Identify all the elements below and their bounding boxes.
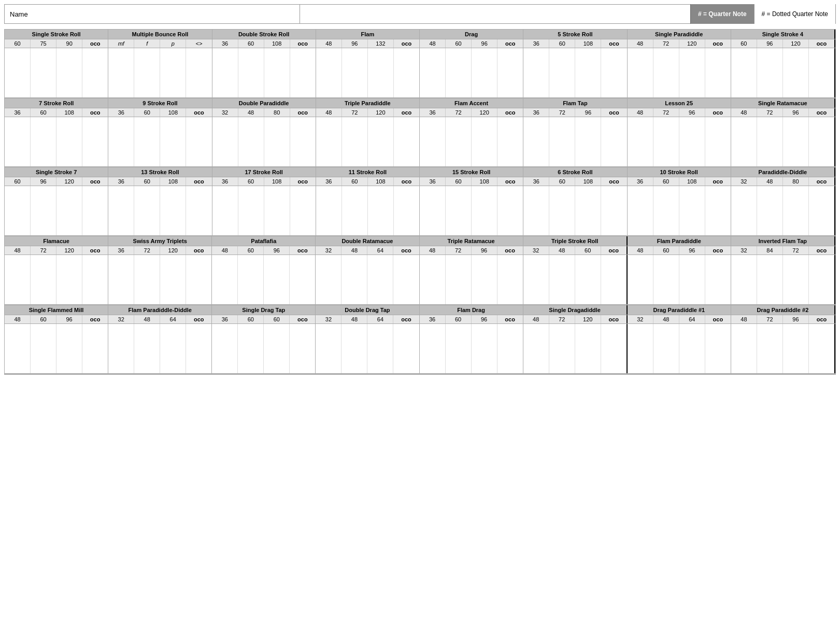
practice-col-2-7-0[interactable] xyxy=(731,186,757,235)
practice-col-2-0-0[interactable] xyxy=(5,186,31,235)
practice-col-2-6-3[interactable] xyxy=(705,186,731,235)
practice-col-2-7-2[interactable] xyxy=(783,186,809,235)
practice-col-4-5-2[interactable] xyxy=(575,324,601,373)
practice-col-2-3-3[interactable] xyxy=(394,186,419,235)
practice-col-1-2-2[interactable] xyxy=(264,117,290,166)
practice-col-0-7-2[interactable] xyxy=(783,48,809,97)
practice-col-0-1-2[interactable] xyxy=(160,48,186,97)
practice-col-2-7-3[interactable] xyxy=(809,186,834,235)
practice-col-0-3-2[interactable] xyxy=(368,48,394,97)
practice-col-2-2-1[interactable] xyxy=(238,186,264,235)
practice-col-0-4-0[interactable] xyxy=(420,48,446,97)
practice-col-3-0-3[interactable] xyxy=(82,255,108,304)
practice-col-1-2-3[interactable] xyxy=(290,117,316,166)
practice-col-4-1-2[interactable] xyxy=(160,324,186,373)
practice-col-0-7-0[interactable] xyxy=(731,48,757,97)
practice-col-3-0-1[interactable] xyxy=(31,255,56,304)
practice-col-2-1-2[interactable] xyxy=(160,186,186,235)
practice-col-2-0-3[interactable] xyxy=(82,186,108,235)
practice-col-1-3-2[interactable] xyxy=(368,117,394,166)
practice-col-3-1-2[interactable] xyxy=(160,255,186,304)
practice-col-0-2-2[interactable] xyxy=(264,48,290,97)
practice-col-4-3-3[interactable] xyxy=(393,324,419,373)
practice-col-2-3-1[interactable] xyxy=(342,186,368,235)
practice-col-3-3-1[interactable] xyxy=(341,255,367,304)
practice-col-1-3-0[interactable] xyxy=(316,117,342,166)
practice-col-4-4-2[interactable] xyxy=(472,324,497,373)
practice-col-0-3-1[interactable] xyxy=(342,48,368,97)
practice-col-3-4-1[interactable] xyxy=(446,255,472,304)
practice-col-0-0-2[interactable] xyxy=(56,48,82,97)
practice-col-4-5-0[interactable] xyxy=(523,324,549,373)
practice-col-0-5-2[interactable] xyxy=(575,48,601,97)
practice-col-4-4-3[interactable] xyxy=(497,324,523,373)
practice-col-0-2-0[interactable] xyxy=(212,48,238,97)
practice-col-3-6-2[interactable] xyxy=(679,255,705,304)
practice-col-2-1-1[interactable] xyxy=(134,186,160,235)
practice-col-0-6-3[interactable] xyxy=(705,48,731,97)
practice-col-2-2-2[interactable] xyxy=(264,186,290,235)
practice-col-3-7-2[interactable] xyxy=(783,255,809,304)
practice-col-3-2-2[interactable] xyxy=(264,255,290,304)
practice-col-0-2-3[interactable] xyxy=(290,48,316,97)
practice-col-4-0-3[interactable] xyxy=(82,324,108,373)
practice-col-2-5-3[interactable] xyxy=(601,186,627,235)
practice-col-4-3-2[interactable] xyxy=(367,324,393,373)
practice-col-4-2-3[interactable] xyxy=(290,324,315,373)
practice-col-4-1-0[interactable] xyxy=(108,324,134,373)
practice-col-1-2-1[interactable] xyxy=(238,117,264,166)
practice-col-2-7-1[interactable] xyxy=(757,186,783,235)
practice-col-0-1-0[interactable] xyxy=(108,48,134,97)
practice-col-2-4-0[interactable] xyxy=(420,186,446,235)
practice-col-4-5-3[interactable] xyxy=(601,324,627,373)
practice-col-3-3-2[interactable] xyxy=(367,255,393,304)
practice-col-2-2-0[interactable] xyxy=(212,186,238,235)
practice-col-3-1-0[interactable] xyxy=(108,255,134,304)
practice-col-3-5-0[interactable] xyxy=(523,255,549,304)
practice-col-3-0-2[interactable] xyxy=(56,255,82,304)
practice-col-1-5-0[interactable] xyxy=(523,117,549,166)
practice-col-0-2-1[interactable] xyxy=(238,48,264,97)
practice-col-3-3-0[interactable] xyxy=(316,255,341,304)
practice-col-2-3-2[interactable] xyxy=(368,186,394,235)
practice-col-1-0-2[interactable] xyxy=(56,117,82,166)
practice-col-3-4-0[interactable] xyxy=(420,255,446,304)
practice-col-2-4-1[interactable] xyxy=(446,186,472,235)
practice-col-1-0-0[interactable] xyxy=(5,117,31,166)
practice-col-3-5-2[interactable] xyxy=(575,255,601,304)
practice-col-0-4-1[interactable] xyxy=(446,48,472,97)
practice-col-0-5-1[interactable] xyxy=(549,48,575,97)
practice-col-4-6-0[interactable] xyxy=(628,324,653,373)
practice-col-3-1-1[interactable] xyxy=(134,255,160,304)
practice-col-3-5-3[interactable] xyxy=(601,255,627,304)
practice-col-4-4-1[interactable] xyxy=(446,324,472,373)
practice-col-1-4-1[interactable] xyxy=(446,117,472,166)
practice-col-1-6-2[interactable] xyxy=(679,117,705,166)
practice-col-4-6-3[interactable] xyxy=(705,324,731,373)
name-field[interactable]: Name xyxy=(5,5,300,23)
practice-col-4-4-0[interactable] xyxy=(420,324,446,373)
practice-col-2-3-0[interactable] xyxy=(316,186,342,235)
practice-col-3-6-1[interactable] xyxy=(653,255,679,304)
practice-col-4-6-2[interactable] xyxy=(679,324,705,373)
practice-col-0-1-3[interactable] xyxy=(186,48,211,97)
practice-col-3-7-0[interactable] xyxy=(731,255,757,304)
practice-col-0-5-0[interactable] xyxy=(523,48,549,97)
practice-col-1-7-0[interactable] xyxy=(731,117,757,166)
practice-col-2-4-2[interactable] xyxy=(472,186,497,235)
practice-col-0-6-2[interactable] xyxy=(679,48,705,97)
practice-col-0-0-3[interactable] xyxy=(82,48,108,97)
practice-col-1-1-2[interactable] xyxy=(160,117,186,166)
practice-col-0-5-3[interactable] xyxy=(601,48,627,97)
practice-col-2-4-3[interactable] xyxy=(497,186,523,235)
practice-col-2-0-1[interactable] xyxy=(31,186,56,235)
practice-col-1-0-1[interactable] xyxy=(31,117,56,166)
practice-col-1-5-2[interactable] xyxy=(575,117,601,166)
practice-col-0-4-2[interactable] xyxy=(472,48,497,97)
practice-col-4-6-1[interactable] xyxy=(653,324,679,373)
practice-col-4-3-1[interactable] xyxy=(341,324,367,373)
practice-col-3-7-1[interactable] xyxy=(757,255,783,304)
practice-col-0-0-1[interactable] xyxy=(31,48,56,97)
practice-col-1-5-1[interactable] xyxy=(549,117,575,166)
practice-col-1-0-3[interactable] xyxy=(82,117,108,166)
